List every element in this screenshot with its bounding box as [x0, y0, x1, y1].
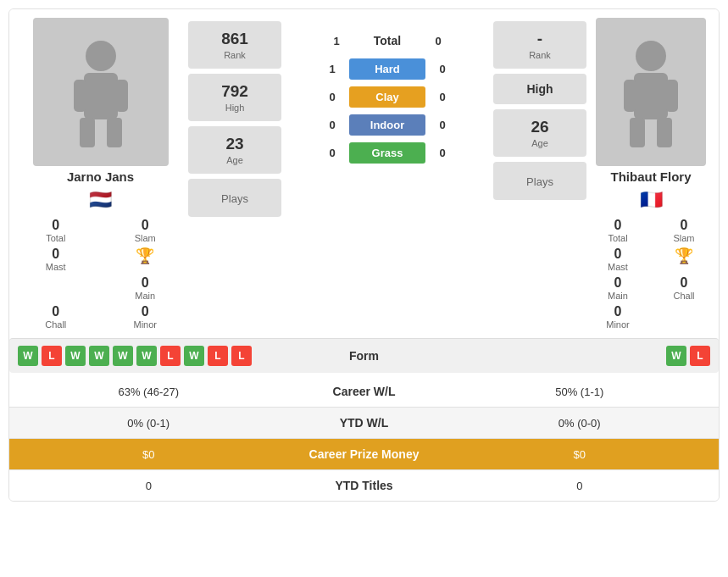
left-form-badge-2: L: [42, 346, 62, 366]
svg-rect-11: [665, 80, 678, 112]
right-rank-box: - Rank: [493, 21, 586, 69]
right-career-wl: 50% (1-1): [449, 386, 711, 398]
svg-rect-3: [107, 118, 122, 147]
left-form-badge-7: L: [160, 346, 181, 366]
svg-rect-2: [80, 118, 95, 147]
ytd-titles-row: 0 YTD Titles 0: [9, 470, 719, 501]
svg-rect-8: [630, 118, 645, 147]
left-form-badge-10: L: [231, 346, 252, 366]
left-player-photo: [33, 18, 169, 166]
left-trophy-icon: 🏆: [136, 247, 154, 265]
right-ytd-wl: 0% (0-0): [449, 417, 711, 430]
right-high-box: High: [493, 74, 586, 104]
clay-match-row: 0 Clay 0: [286, 83, 488, 111]
left-main-stat: 0 Main: [108, 275, 184, 301]
left-rank-box: 861 Rank: [188, 21, 281, 69]
left-mast2-stat: [18, 272, 94, 301]
right-player-photo: [596, 18, 706, 166]
left-player-flag: 🇳🇱: [89, 189, 112, 211]
left-form-badge-3: W: [65, 346, 86, 366]
left-form-badge-6: W: [136, 346, 157, 366]
right-player-silhouette: [621, 37, 681, 147]
right-total-stat: 0 Total: [592, 218, 644, 243]
right-player-column: Thibaut Flory 🇫🇷 0 Total 0 Slam 0 Mast: [592, 18, 710, 330]
left-career-prize: $0: [18, 448, 280, 461]
ytd-wl-label: YTD W/L: [280, 416, 449, 430]
svg-rect-9: [657, 118, 672, 147]
career-wl-row: 63% (46-27) Career W/L 50% (1-1): [9, 376, 719, 408]
left-minor-stat: 0 Minor: [108, 304, 184, 330]
left-mast-stat: 0 Mast: [18, 247, 94, 272]
left-form: W L W W W W L W L L: [18, 346, 297, 366]
left-trophy-area: 🏆: [108, 247, 184, 272]
right-form: W L: [432, 346, 711, 366]
left-ytd-titles: 0: [18, 480, 280, 492]
right-minor-stat: 0 Minor: [592, 304, 644, 330]
right-career-prize: $0: [449, 448, 711, 461]
left-slam-stat: 0 Slam: [108, 218, 184, 243]
right-chall-stat: 0 Chall: [658, 275, 710, 301]
svg-rect-1: [84, 73, 118, 119]
left-form-badge-4: W: [89, 346, 109, 366]
svg-rect-10: [624, 80, 636, 112]
right-age-box: 26 Age: [493, 109, 586, 157]
right-player-name: Thibaut Flory: [611, 169, 692, 184]
left-stat-boxes: 861 Rank 792 High 23 Age Plays: [188, 18, 281, 330]
left-plays-box: Plays: [188, 179, 281, 217]
svg-rect-4: [74, 80, 86, 112]
left-form-badge-8: W: [184, 346, 204, 366]
career-wl-label: Career W/L: [280, 385, 449, 398]
svg-rect-7: [634, 73, 668, 119]
left-ytd-wl: 0% (0-1): [18, 417, 280, 430]
left-player-silhouette: [71, 37, 131, 147]
left-chall-stat: 0 Chall: [18, 304, 94, 330]
svg-rect-5: [115, 80, 128, 112]
right-form-badge-2: L: [690, 346, 710, 366]
ytd-titles-label: YTD Titles: [280, 479, 449, 492]
right-trophy-area: 🏆: [658, 247, 710, 272]
svg-point-6: [636, 41, 666, 71]
right-plays-box: Plays: [493, 162, 586, 200]
hard-match-row: 1 Hard 0: [286, 55, 488, 83]
right-mast-stat: 0 Mast: [592, 247, 644, 272]
left-career-wl: 63% (46-27): [18, 386, 280, 398]
total-match-row: 1 Total 0: [286, 26, 488, 55]
left-player-column: Jarno Jans 🇳🇱 0 Total 0 Slam 0 Mast 🏆: [18, 18, 183, 330]
form-label: Form: [297, 349, 432, 363]
right-player-stats: 0 Total 0 Slam 0 Mast 🏆 0 Main: [592, 218, 710, 330]
right-ytd-titles: 0: [449, 480, 711, 492]
left-high-box: 792 High: [188, 74, 281, 121]
left-player-name: Jarno Jans: [67, 169, 134, 184]
career-prize-label: Career Prize Money: [280, 447, 449, 461]
right-slam-stat: 0 Slam: [658, 218, 710, 243]
right-main-stat: 0 Main: [592, 275, 644, 301]
indoor-match-row: 0 Indoor 0: [286, 111, 488, 139]
career-prize-row: $0 Career Prize Money $0: [9, 439, 719, 470]
right-player-flag: 🇫🇷: [640, 189, 663, 211]
center-match-area: 1 Total 0 1 Hard 0 0 Clay 0 0 Indoor 0: [286, 18, 488, 330]
svg-point-0: [86, 41, 116, 71]
left-form-badge-9: L: [208, 346, 228, 366]
right-form-badge-1: W: [666, 346, 686, 366]
left-age-box: 23 Age: [188, 126, 281, 174]
ytd-wl-row: 0% (0-1) YTD W/L 0% (0-0): [9, 408, 719, 439]
right-trophy-icon: 🏆: [675, 247, 693, 265]
left-total-stat: 0 Total: [18, 218, 94, 243]
right-stat-boxes: - Rank High 26 Age Plays: [493, 18, 586, 330]
left-form-badge-1: W: [18, 346, 38, 366]
grass-match-row: 0 Grass 0: [286, 139, 488, 167]
left-player-stats: 0 Total 0 Slam 0 Mast 🏆 0: [18, 218, 183, 330]
left-form-badge-5: W: [113, 346, 133, 366]
form-section: W L W W W W L W L L Form W L: [9, 338, 719, 373]
